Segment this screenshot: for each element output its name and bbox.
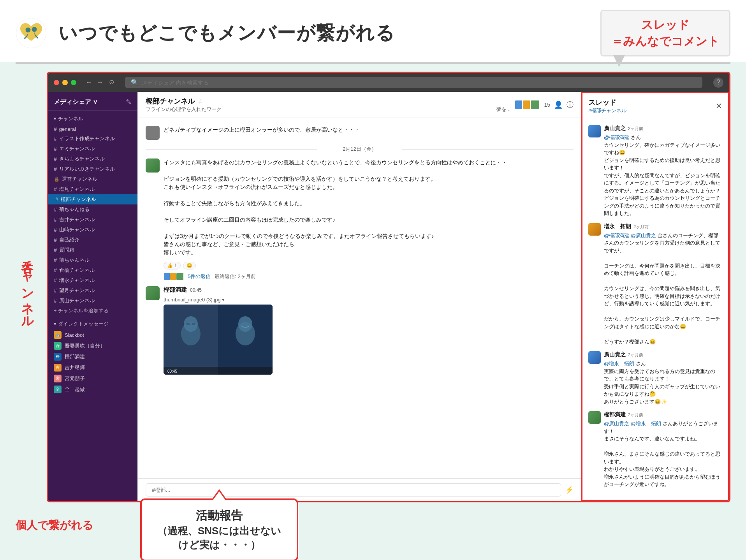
sidebar-item-mochizuki[interactable]: # 望月チャンネル xyxy=(48,285,137,296)
member-avatar-3 xyxy=(530,100,540,110)
channel-name: 質問箱 xyxy=(59,247,74,254)
sidebar-item-unei[interactable]: 🔒 運営チャンネル xyxy=(48,174,137,184)
add-channel-button[interactable]: + チャンネルを追加する xyxy=(48,306,137,316)
sidebar-item-mae[interactable]: # 前ちゃんネル xyxy=(48,255,137,265)
channel-name: 運営チャンネル xyxy=(62,176,97,183)
dm-name: Slackbot xyxy=(65,332,84,338)
msg-text-main: インスタにも写真をあげるのはカウンセリングの義務上よくないなということで、今後カ… xyxy=(164,158,574,257)
window-bar: ← → ⊙ 🔍 ? xyxy=(48,73,729,92)
clock-icon: ⊙ xyxy=(109,78,114,86)
sidebar-item-illust[interactable]: # イラスト作成チャンネル xyxy=(48,134,137,144)
sidebar-item-kiku[interactable]: # 菊ちゃんねる xyxy=(48,204,137,215)
channel-name: 樫部チャンネル xyxy=(61,196,96,203)
sidebar-item-ibuki[interactable]: # リアルいぶきチャンネル xyxy=(48,164,137,174)
add-member-icon[interactable]: 👤 xyxy=(554,100,563,109)
help-icon[interactable]: ? xyxy=(713,77,723,88)
dm-kashiwa2[interactable]: 樫 樫部満建 xyxy=(48,351,137,362)
thread-channel-ref: #樫部チャンネル xyxy=(588,107,626,114)
edit-icon[interactable]: ✎ xyxy=(126,98,132,106)
thread-close-button[interactable]: ✕ xyxy=(716,101,722,111)
message-item: どネガティブなイメージの上に樫田オンラーが多いので、敷居が高いなと・・・ xyxy=(146,126,574,140)
thread-msg-content-3: 廣山貴之 2ヶ月前 @増永 拓朗 さん 実際に両方を受けておられる方の意見は貴重… xyxy=(604,351,722,405)
hash-icon: # xyxy=(54,257,57,263)
dm-slackbot[interactable]: 🤖 Slackbot xyxy=(48,329,137,340)
dm-azuma[interactable]: 吾 吾妻勇吹（自分） xyxy=(48,340,137,351)
dm-section-title: ▾ ダイレクトメッセージ xyxy=(48,316,137,329)
dm-zen[interactable]: 全 全 起做 xyxy=(48,384,137,395)
forward-arrow-icon[interactable]: → xyxy=(96,78,103,86)
hash-icon: # xyxy=(54,186,57,192)
lightning-icon[interactable]: ⚡ xyxy=(565,486,574,494)
back-arrow-icon[interactable]: ← xyxy=(85,78,92,86)
search-bar[interactable]: 🔍 xyxy=(125,77,702,88)
channel-name: 増永チャンネル xyxy=(59,277,95,284)
maximize-dot[interactable] xyxy=(71,80,76,85)
main-message-item: インスタにも写真をあげるのはカウンセリングの義務上よくないなということで、今後カ… xyxy=(146,158,574,280)
channel-desc: フラインの心理学を入れたワーク xyxy=(146,106,493,113)
callout-title-text: 活動報告 xyxy=(196,509,243,522)
sidebar-item-masunaga[interactable]: # 増永チャンネル xyxy=(48,275,137,285)
channel-main: 樫部チャンネル ☆ フラインの心理学を入れたワーク 夢を... xyxy=(137,92,581,501)
hash-icon: # xyxy=(55,196,58,203)
sidebar-item-hiroyama[interactable]: # 廣山チャンネル xyxy=(48,296,137,306)
minimize-dot[interactable] xyxy=(62,80,68,85)
sidebar-header: メディシェア ∨ ✎ xyxy=(48,92,137,111)
slack-body: メディシェア ∨ ✎ ▾ チャンネル # general # イラスト作成チャン… xyxy=(48,92,729,501)
dm-miyamoto[interactable]: 宮 宮元朋子 xyxy=(48,373,137,384)
miyamoto-avatar: 宮 xyxy=(54,375,62,382)
channel-name: イラスト作成チャンネル xyxy=(59,135,115,142)
personal-label: 個人で繋がれる xyxy=(16,518,93,533)
message-input[interactable] xyxy=(146,483,561,497)
hash-icon: # xyxy=(54,267,57,273)
star-icon[interactable]: ☆ xyxy=(198,98,203,105)
reaction-smile[interactable]: 😊 xyxy=(183,262,196,269)
sidebar-item-emi[interactable]: # エミチャンネル xyxy=(48,144,137,154)
replies-block[interactable]: 5件の返信 最終返信: 2ヶ月前 xyxy=(164,273,574,280)
channel-input-area: ⚡ xyxy=(138,478,581,501)
msg-content: どネガティブなイメージの上に樫田オンラーが多いので、敷居が高いなと・・・ xyxy=(164,126,574,140)
sidebar-item-yoshii[interactable]: # 吉井チャンネル xyxy=(48,215,137,225)
close-dot[interactable] xyxy=(54,80,59,85)
mention-2a: @樫部満建 xyxy=(604,232,629,238)
callout-title: 活動報告 xyxy=(157,508,281,524)
sidebar-item-kashiwa[interactable]: # 樫部チャンネル xyxy=(48,194,137,204)
mention-1: @樫部満建 xyxy=(604,134,629,140)
sidebar-item-kurahashi[interactable]: # 倉橋チャンネル xyxy=(48,265,137,275)
member-count[interactable]: 15 xyxy=(544,102,550,108)
msg-avatar-second xyxy=(146,286,160,300)
search-input[interactable] xyxy=(142,79,697,86)
sidebar-item-shitsu[interactable]: # 質問箱 xyxy=(48,245,137,255)
info-icon[interactable]: ⓘ xyxy=(567,100,574,109)
hiroyuki-avatar-2 xyxy=(588,351,601,364)
sidebar-item-jiko[interactable]: # 自己紹介 xyxy=(48,235,137,245)
channel-name: 山崎チャンネル xyxy=(59,226,95,233)
sidebar-item-kichiyoru[interactable]: # きちよるチャンネル xyxy=(48,154,137,164)
msg-avatar xyxy=(146,126,160,140)
msg-content-second: 樫部満建 00:45 thumbnail_image0 (3).jpg ▾ xyxy=(164,286,574,375)
header-title: いつでもどこでもメンバーが繋がれる xyxy=(58,21,395,46)
date-text: 2月12日（金） xyxy=(343,146,377,152)
bottom-section: 個人で繋がれる 活動報告 （過程、SNSには出せないけど実は・・・） xyxy=(0,510,746,560)
channel-name: 倉橋チャンネル xyxy=(59,267,95,274)
logo-icon xyxy=(16,18,47,49)
dm-yoshii[interactable]: 吉 吉井昂輝 xyxy=(48,362,137,373)
slackbot-avatar: 🤖 xyxy=(54,331,62,339)
thumbnail-filename[interactable]: thumbnail_image0 (3).jpg ▾ xyxy=(164,297,574,303)
svg-point-8 xyxy=(186,323,190,325)
msg-author-second: 樫部満建 xyxy=(164,286,187,294)
msg-avatar-main xyxy=(146,158,160,173)
thread-time-4: 2ヶ月前 xyxy=(628,412,643,418)
reaction-thumbs[interactable]: 👍 1 xyxy=(164,262,181,269)
sidebar-item-yamazaki[interactable]: # 山崎チャンネル xyxy=(48,225,137,235)
channel-name: 吉井チャンネル xyxy=(59,216,95,223)
svg-point-2 xyxy=(32,27,37,32)
thread-text-1: @樫部満建 さん カウンセリング、確かにネガティブなイメージ多いですね😄 ビジョ… xyxy=(604,134,722,217)
msg-time-second: 00:45 xyxy=(190,287,202,293)
workspace-name[interactable]: メディシェア ∨ xyxy=(54,98,98,106)
hash-icon: # xyxy=(54,136,57,142)
sidebar-item-general[interactable]: # general xyxy=(48,124,137,134)
slack-sidebar: メディシェア ∨ ✎ ▾ チャンネル # general # イラスト作成チャン… xyxy=(48,92,137,501)
zen-avatar: 全 xyxy=(54,386,62,393)
sidebar-item-shiomi[interactable]: # 塩見チャンネル xyxy=(48,184,137,194)
reply-avatar-3 xyxy=(176,273,184,280)
